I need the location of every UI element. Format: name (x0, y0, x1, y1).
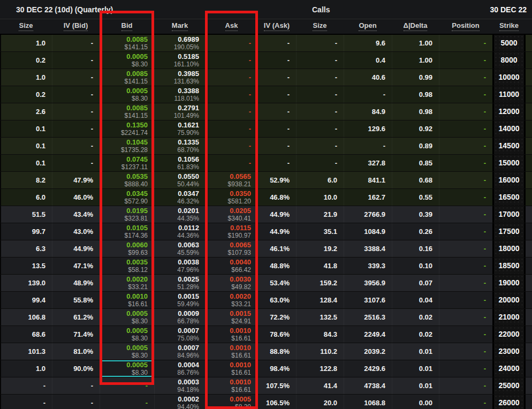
ask-cell[interactable]: - (206, 103, 257, 120)
bid-cell[interactable]: 0.0035$58.12 (100, 257, 154, 274)
strike-cell[interactable]: 18000 (492, 240, 526, 257)
ask-cell[interactable]: - (206, 35, 257, 51)
ask-cell[interactable]: 0.0350$581.20 (206, 189, 257, 206)
strike-cell[interactable]: 14500 (492, 138, 526, 154)
bid-cell[interactable]: 0.0060$99.63 (100, 240, 154, 257)
header-size-bid[interactable]: Size (0, 19, 52, 34)
strike-cell[interactable]: 21000 (492, 309, 526, 325)
header-ask[interactable]: Ask (206, 19, 257, 34)
strike-cell[interactable]: 15000 (492, 155, 526, 171)
ask-cell[interactable]: 0.0040$66.42 (206, 257, 257, 274)
bid-cell[interactable]: 0.1045$1735.28 (100, 138, 154, 154)
header-open[interactable]: Open (344, 19, 392, 34)
delta-cell-value: 0.01 (419, 347, 432, 355)
ask-cell[interactable]: - (206, 69, 257, 86)
bid-cell[interactable]: 0.0195$323.81 (100, 206, 154, 223)
iv-ask-cell-value: 106.5% (266, 399, 290, 407)
strike-cell[interactable]: 11000 (492, 86, 526, 103)
strike-cell[interactable]: 19000 (492, 275, 526, 291)
ask-cell[interactable]: 0.0010$16.61 (206, 343, 257, 360)
strike-cell[interactable]: 16500 (492, 189, 526, 206)
ask-cell[interactable]: - (206, 138, 257, 154)
bid-cell[interactable]: 0.1350$2241.74 (100, 120, 154, 137)
open-interest-cell-value: 2429.6 (364, 365, 385, 373)
size-bid-cell: 139.0 (0, 275, 52, 291)
strike-cell[interactable]: 23000 (492, 343, 526, 360)
ask-cell[interactable]: - (206, 120, 257, 137)
strike-cell[interactable]: 10000 (492, 69, 526, 86)
strike-cell[interactable]: 18500 (492, 257, 526, 274)
puts-section-edge (526, 395, 532, 409)
bid-cell[interactable]: 0.0005$8.30 (100, 86, 154, 103)
header-strike[interactable]: Strike (492, 19, 526, 34)
ask-cell[interactable]: 0.0115$190.97 (206, 223, 257, 240)
strike-cell[interactable]: 8000 (492, 52, 526, 69)
strike-cell[interactable]: 22000 (492, 326, 526, 343)
ask-cell[interactable]: 0.0005$8.30 (206, 395, 257, 409)
strike-cell[interactable]: 20000 (492, 292, 526, 308)
ask-cell[interactable]: 0.0065$107.93 (206, 240, 257, 257)
puts-section-edge (526, 69, 532, 86)
header-position[interactable]: Position (439, 19, 492, 34)
header-delta[interactable]: Δ|Delta (392, 19, 439, 34)
size-ask-cell-value: 10.0 (324, 193, 337, 201)
strike-cell[interactable]: 26000 (492, 395, 526, 409)
ask-cell[interactable]: - (206, 86, 257, 103)
header-mark[interactable]: Mark (154, 19, 206, 34)
strike-cell[interactable]: 24000 (492, 360, 526, 377)
ask-cell[interactable]: 0.0015$24.91 (206, 309, 257, 325)
iv-ask-cell: - (257, 103, 296, 120)
open-interest-cell-value: 3956.9 (364, 279, 385, 287)
option-row: 106.861.2%0.0005$8.300.000966.78%0.0015$… (0, 309, 532, 326)
ask-cell[interactable]: 0.0030$49.82 (206, 275, 257, 291)
bid-cell[interactable]: 0.0345$572.90 (100, 189, 154, 206)
puts-section-edge (526, 377, 532, 394)
ask-cell[interactable]: - (206, 52, 257, 69)
open-interest-cell: 841.1 (344, 172, 392, 188)
strike-cell[interactable]: 5000 (492, 35, 526, 51)
header-bid[interactable]: Bid (100, 19, 154, 34)
expiry-title[interactable]: 30 DEC 22 (10d) (Quarterly) (16, 5, 113, 14)
strike-cell[interactable]: 17000 (492, 206, 526, 223)
strike-cell[interactable]: 12000 (492, 103, 526, 120)
bid-cell[interactable]: 0.0010$16.61 (100, 292, 154, 308)
iv-ask-cell-value: 46.1% (270, 245, 290, 253)
bid-cell[interactable]: 0.0535$888.40 (100, 172, 154, 188)
bid-cell-usd: $174.36 (125, 232, 148, 239)
strike-cell[interactable]: 16000 (492, 172, 526, 188)
header-size-ask[interactable]: Size (296, 19, 344, 34)
ask-cell[interactable]: - (206, 155, 257, 171)
bid-cell-usd: $141.15 (125, 43, 148, 51)
bid-cell[interactable]: 0.0005$8.30 (100, 309, 154, 325)
header-iv-ask[interactable]: IV (Ask) (257, 19, 296, 34)
bid-cell[interactable]: - (100, 377, 154, 394)
strike-cell[interactable]: 25000 (492, 377, 526, 394)
strike-cell[interactable]: 14000 (492, 120, 526, 137)
strike-cell[interactable]: 17500 (492, 223, 526, 240)
size-bid-cell: 0.1 (0, 155, 52, 171)
bid-cell[interactable]: 0.0005$8.30 (100, 360, 154, 377)
options-chain-window: 30 DEC 22 (10d) (Quarterly) Calls 30 DEC… (0, 0, 532, 409)
bid-cell[interactable]: 0.0005$8.30 (100, 343, 154, 360)
ask-cell[interactable]: 0.0010$16.61 (206, 326, 257, 343)
bid-cell[interactable]: 0.0085$141.15 (100, 69, 154, 86)
bid-cell[interactable]: 0.0005$8.30 (100, 326, 154, 343)
option-row: ---0.000294.40%0.0005$8.30106.5%20.01068… (0, 395, 532, 409)
open-interest-cell-value: 162.7 (368, 193, 385, 201)
bid-cell[interactable]: 0.0020$33.21 (100, 275, 154, 291)
bid-cell[interactable]: - (100, 395, 154, 409)
bid-cell[interactable]: 0.0005$8.30 (100, 52, 154, 69)
ask-cell[interactable]: 0.0205$340.41 (206, 206, 257, 223)
ask-cell[interactable]: 0.0010$16.61 (206, 360, 257, 377)
header-iv-bid[interactable]: IV (Bid) (52, 19, 100, 34)
bid-cell[interactable]: 0.0085$141.15 (100, 35, 154, 51)
bid-cell-value: 0.0085 (126, 104, 148, 112)
size-ask-cell: - (296, 52, 344, 69)
bid-cell[interactable]: 0.0745$1237.11 (100, 155, 154, 171)
ask-cell[interactable]: 0.0565$938.21 (206, 172, 257, 188)
ask-cell[interactable]: 0.0020$33.21 (206, 292, 257, 308)
ask-cell[interactable]: 0.0010$16.61 (206, 377, 257, 394)
bid-cell[interactable]: 0.0105$174.36 (100, 223, 154, 240)
bid-cell-value: 0.0005 (126, 344, 148, 352)
bid-cell[interactable]: 0.0085$141.15 (100, 103, 154, 120)
